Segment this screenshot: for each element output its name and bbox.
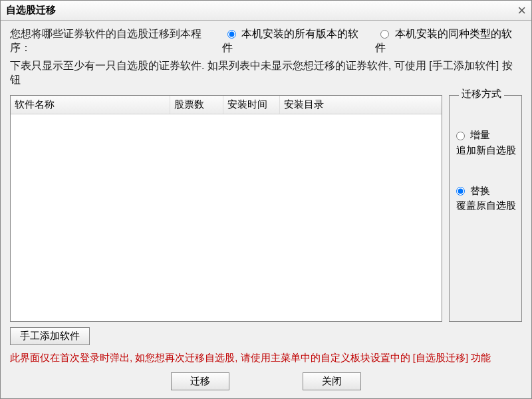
replace-desc: 覆盖原自选股 [456, 200, 516, 212]
radio-incremental-block: 增量 追加新自选股 [456, 128, 516, 157]
migrate-mode-group: 迁移方式 增量 追加新自选股 替换 覆盖原自选股 [449, 95, 522, 322]
red-hint: 此界面仅在首次登录时弹出, 如您想再次迁移自选股, 请使用主菜单中的自定义板块设… [10, 352, 522, 364]
table-header: 软件名称 股票数 安装时间 安装目录 [11, 96, 442, 114]
col-install-time[interactable]: 安装时间 [223, 96, 280, 114]
migrate-button[interactable]: 迁移 [171, 372, 229, 390]
radio-replace[interactable]: 替换 [456, 184, 516, 199]
radio-same-type[interactable]: 本机安装的同种类型的软件 [375, 27, 522, 55]
dialog-content: 您想将哪些证券软件的自选股迁移到本程序： 本机安装的所有版本的软件 本机安装的同… [1, 21, 531, 398]
hint-line: 下表只显示至少有一只自选股的证券软件. 如果列表中未显示您想迁移的证券软件, 可… [10, 59, 522, 87]
manual-add-button[interactable]: 手工添加软件 [10, 327, 90, 345]
titlebar: 自选股迁移 × [1, 1, 531, 21]
close-button[interactable]: 关闭 [303, 372, 361, 390]
migrate-mode-legend: 迁移方式 [459, 88, 504, 100]
bottom-buttons: 迁移 关闭 [10, 372, 522, 390]
below-table-row: 手工添加软件 [10, 327, 522, 345]
radio-replace-block: 替换 覆盖原自选股 [456, 184, 516, 213]
radio-all-versions-label: 本机安装的所有版本的软件 [222, 28, 358, 53]
col-software-name[interactable]: 软件名称 [11, 96, 170, 114]
incremental-desc: 追加新自选股 [456, 144, 516, 157]
col-stock-count[interactable]: 股票数 [170, 96, 223, 114]
radio-incremental[interactable]: 增量 [456, 128, 516, 143]
source-selection-row: 您想将哪些证券软件的自选股迁移到本程序： 本机安装的所有版本的软件 本机安装的同… [10, 27, 522, 55]
close-icon[interactable]: × [506, 2, 526, 19]
radio-same-type-input[interactable] [380, 30, 389, 39]
radio-all-versions-input[interactable] [227, 30, 236, 39]
radio-all-versions[interactable]: 本机安装的所有版本的软件 [222, 27, 369, 55]
window-title: 自选股迁移 [6, 4, 56, 17]
dialog-window: 自选股迁移 × 您想将哪些证券软件的自选股迁移到本程序： 本机安装的所有版本的软… [0, 0, 532, 399]
software-table[interactable]: 软件名称 股票数 安装时间 安装目录 [10, 95, 442, 322]
radio-replace-label: 替换 [470, 185, 490, 196]
middle-row: 软件名称 股票数 安装时间 安装目录 迁移方式 增量 追加新自选股 [10, 95, 522, 322]
table-body[interactable] [11, 114, 442, 321]
radio-incremental-input[interactable] [456, 132, 465, 140]
col-install-dir[interactable]: 安装目录 [280, 96, 442, 114]
source-question: 您想将哪些证券软件的自选股迁移到本程序： [10, 27, 222, 55]
radio-incremental-label: 增量 [470, 129, 490, 140]
radio-replace-input[interactable] [456, 187, 465, 196]
radio-same-type-label: 本机安装的同种类型的软件 [375, 28, 511, 53]
